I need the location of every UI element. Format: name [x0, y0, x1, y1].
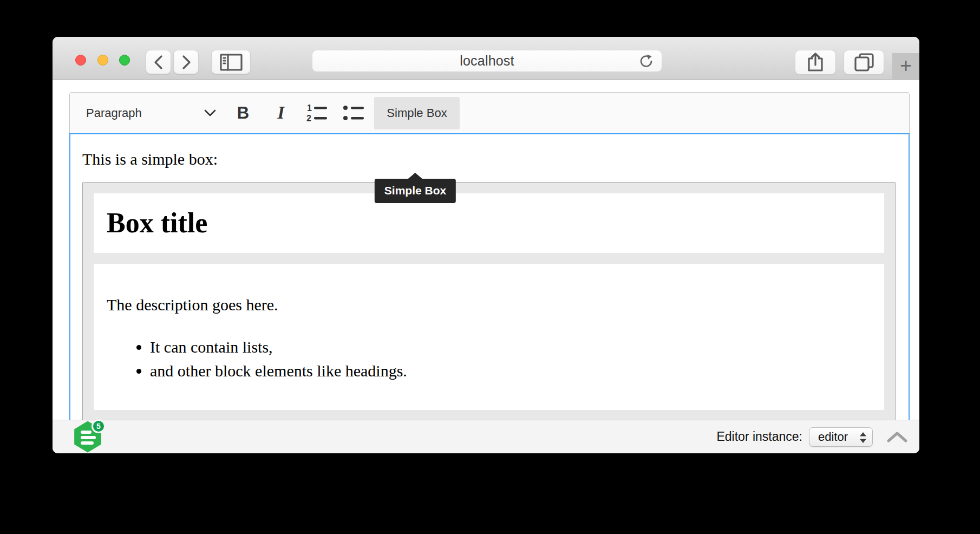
logo-line: [81, 441, 94, 445]
description-paragraph[interactable]: The description goes here.: [107, 294, 871, 316]
simple-box-title-area[interactable]: Box title: [94, 193, 884, 253]
web-page: Paragraph B I 1 2: [53, 81, 919, 420]
bold-icon: B: [237, 103, 249, 123]
simple-box-widget[interactable]: Box title The description goes here. It …: [82, 182, 896, 420]
share-button[interactable]: [795, 50, 836, 75]
heading-dropdown[interactable]: Paragraph: [86, 97, 216, 129]
tabs-overview-icon: [853, 52, 875, 73]
chevron-down-icon: [204, 109, 216, 116]
reload-button[interactable]: [638, 53, 655, 70]
inspector-controls: Editor instance: editor: [716, 427, 907, 447]
reload-icon: [638, 53, 655, 69]
ckeditor-inspector-bar: 5 Editor instance: editor: [53, 420, 919, 453]
simple-box-button[interactable]: Simple Box: [374, 97, 460, 129]
version-badge: 5: [92, 419, 106, 433]
ckeditor-toolbar: Paragraph B I 1 2: [69, 92, 910, 133]
zoom-window-button[interactable]: [119, 55, 130, 66]
heading-dropdown-label: Paragraph: [86, 106, 142, 120]
share-icon: [806, 52, 825, 73]
select-arrows-icon: [859, 431, 867, 444]
new-tab-button[interactable]: +: [892, 53, 919, 80]
svg-text:1: 1: [307, 103, 312, 113]
bulleted-list-icon: [342, 103, 365, 123]
italic-icon: I: [278, 103, 285, 123]
ckeditor-inspector-logo[interactable]: 5: [73, 421, 102, 453]
editor-instance-select[interactable]: editor: [809, 427, 873, 447]
show-all-tabs-button[interactable]: [844, 50, 884, 75]
url-text: localhost: [460, 53, 514, 69]
list-item[interactable]: and other block elements like headings.: [150, 359, 871, 383]
chevron-right-icon: [180, 54, 192, 70]
chevron-left-icon: [153, 54, 165, 70]
logo-line: [81, 436, 96, 439]
simple-box-description-area[interactable]: The description goes here. It can contai…: [94, 264, 884, 410]
collapse-inspector-button[interactable]: [887, 432, 907, 442]
bold-button[interactable]: B: [232, 97, 254, 129]
editor-content-area[interactable]: This is a simple box: Box title The desc…: [69, 133, 910, 420]
svg-text:2: 2: [306, 114, 311, 123]
description-list: It can contain lists, and other block el…: [107, 335, 871, 383]
selected-instance: editor: [818, 430, 848, 444]
simple-box-tooltip: Simple Box: [375, 179, 456, 203]
bulleted-list-button[interactable]: [342, 97, 365, 129]
logo-line: [81, 431, 92, 434]
browser-titlebar: localhost +: [53, 37, 919, 80]
box-title-heading[interactable]: Box title: [107, 207, 871, 239]
tooltip-text: Simple Box: [384, 184, 446, 197]
numbered-list-button[interactable]: 1 2: [305, 97, 329, 129]
list-item[interactable]: It can contain lists,: [150, 335, 871, 359]
plus-icon: +: [900, 55, 912, 76]
simple-box-button-label: Simple Box: [387, 106, 447, 120]
address-bar[interactable]: localhost: [312, 50, 662, 72]
intro-paragraph[interactable]: This is a simple box:: [82, 148, 896, 170]
numbered-list-icon: 1 2: [305, 103, 328, 123]
browser-window: localhost +: [53, 37, 919, 453]
close-window-button[interactable]: [75, 55, 86, 66]
sidebar-icon: [219, 53, 244, 72]
back-button[interactable]: [146, 50, 171, 74]
sidebar-toggle-button[interactable]: [211, 50, 251, 74]
italic-button[interactable]: I: [270, 97, 292, 129]
minimize-window-button[interactable]: [97, 55, 108, 66]
forward-button[interactable]: [173, 50, 199, 74]
chevron-up-icon: [887, 432, 907, 442]
editor-instance-label: Editor instance:: [716, 429, 802, 444]
